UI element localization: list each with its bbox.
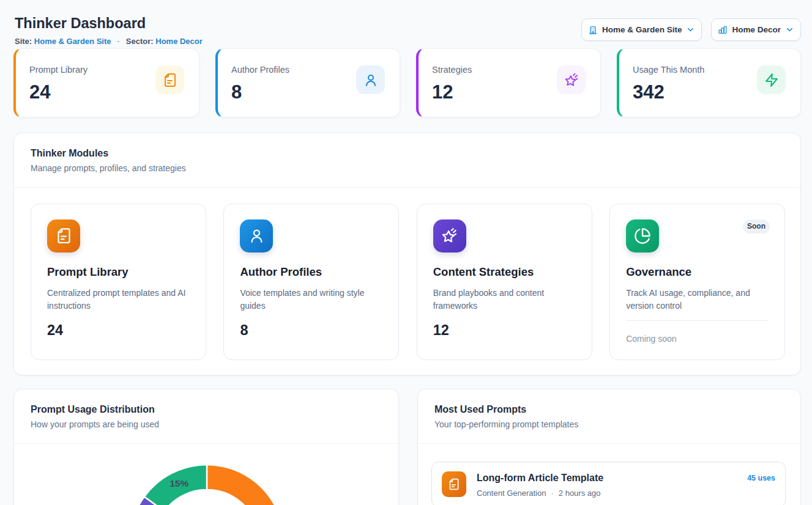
svg-text:15%: 15%	[169, 478, 188, 488]
